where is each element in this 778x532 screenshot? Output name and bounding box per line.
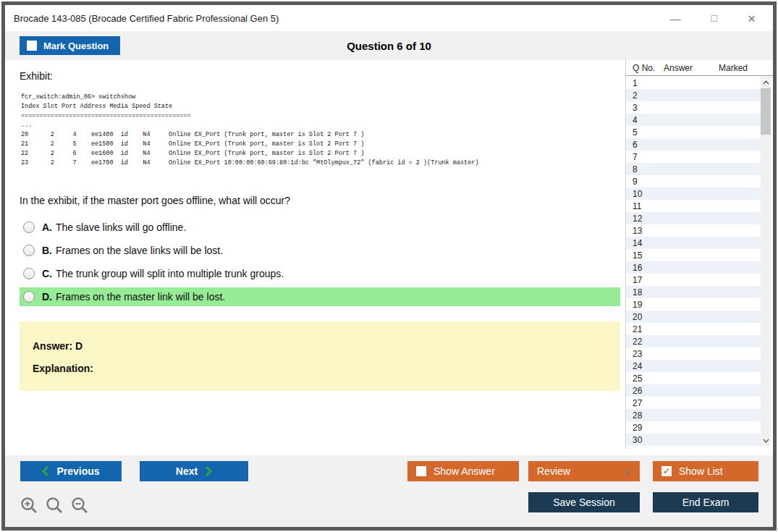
option-text: The trunk group will split into multiple… bbox=[56, 268, 284, 279]
question-list-row[interactable]: 2 bbox=[626, 89, 761, 101]
answer-option-d[interactable]: D.Frames on the master link will be lost… bbox=[20, 287, 620, 306]
zoom-reset-icon[interactable] bbox=[46, 497, 64, 515]
answer-option-a[interactable]: A.The slave links will go offline. bbox=[20, 218, 620, 237]
question-list-scrollbar[interactable] bbox=[761, 77, 771, 446]
qno-cell: 22 bbox=[626, 337, 664, 347]
question-list-row[interactable]: 25 bbox=[626, 372, 761, 384]
question-list-row[interactable]: 17 bbox=[626, 274, 761, 286]
qno-cell: 27 bbox=[626, 398, 664, 408]
qno-cell: 8 bbox=[626, 164, 664, 174]
qno-cell: 21 bbox=[626, 324, 664, 334]
question-list-row[interactable]: 21 bbox=[626, 323, 761, 335]
footer-bar: Previous Next Show Answer Review ▲ ✓ Sho… bbox=[5, 455, 773, 527]
qno-cell: 12 bbox=[626, 214, 664, 224]
qno-cell: 3 bbox=[626, 103, 664, 113]
answer-option-b[interactable]: B.Frames on the slave links will be lost… bbox=[20, 241, 620, 260]
question-list-row[interactable]: 10 bbox=[626, 187, 761, 200]
minimize-icon[interactable]: — bbox=[669, 13, 680, 24]
maximize-icon[interactable]: □ bbox=[711, 13, 716, 23]
save-session-button[interactable]: Save Session bbox=[528, 492, 640, 512]
question-list-row[interactable]: 6 bbox=[626, 138, 761, 151]
question-list-row[interactable]: 11 bbox=[626, 200, 761, 212]
radio-button-icon[interactable] bbox=[23, 221, 35, 233]
question-list-row[interactable]: 30 bbox=[626, 434, 761, 446]
question-list-body: 1234567891011121314151617181920212223242… bbox=[626, 77, 761, 446]
review-button[interactable]: Review ▲ bbox=[528, 461, 640, 481]
option-letter: C. bbox=[42, 268, 52, 279]
zoom-in-icon[interactable] bbox=[20, 497, 38, 515]
qno-cell: 14 bbox=[626, 238, 664, 248]
radio-button-icon[interactable] bbox=[23, 291, 35, 303]
question-list-row[interactable]: 20 bbox=[626, 311, 761, 323]
question-list-row[interactable]: 24 bbox=[626, 360, 761, 372]
question-list-row[interactable]: 12 bbox=[626, 212, 761, 224]
exhibit-code-line: ... bbox=[21, 121, 625, 130]
qno-cell: 29 bbox=[626, 423, 664, 433]
qno-header: Q No. bbox=[626, 63, 664, 73]
question-list-row[interactable]: 8 bbox=[626, 163, 761, 175]
question-list-row[interactable]: 16 bbox=[626, 261, 761, 274]
qno-cell: 5 bbox=[626, 127, 664, 138]
explanation-text: Explanation: bbox=[33, 363, 620, 374]
question-counter: Question 6 of 10 bbox=[347, 40, 431, 52]
question-list-header: Q No. Answer Marked bbox=[626, 60, 773, 76]
option-letter: B. bbox=[42, 245, 52, 256]
question-list-row[interactable]: 1 bbox=[626, 77, 761, 89]
option-letter: A. bbox=[42, 221, 52, 233]
scroll-down-icon[interactable] bbox=[761, 435, 771, 446]
question-list-row[interactable]: 9 bbox=[626, 175, 761, 187]
qno-cell: 26 bbox=[626, 386, 664, 396]
end-exam-label: End Exam bbox=[682, 497, 730, 508]
close-icon[interactable]: × bbox=[748, 12, 756, 25]
question-list-row[interactable]: 14 bbox=[626, 237, 761, 249]
qno-cell: 1 bbox=[626, 78, 664, 88]
qno-cell: 9 bbox=[626, 177, 664, 187]
question-list-row[interactable]: 19 bbox=[626, 298, 761, 311]
scrollbar-thumb[interactable] bbox=[761, 88, 771, 135]
show-list-button[interactable]: ✓ Show List bbox=[653, 461, 758, 481]
qno-cell: 25 bbox=[626, 373, 664, 384]
question-list-row[interactable]: 28 bbox=[626, 409, 761, 421]
show-list-label: Show List bbox=[679, 465, 723, 477]
option-text: The slave links will go offline. bbox=[56, 221, 186, 233]
radio-button-icon[interactable] bbox=[23, 245, 35, 256]
main-panel: Exhibit: fcr_switch:admin_06> switchshow… bbox=[5, 60, 625, 455]
qno-cell: 20 bbox=[626, 312, 664, 322]
previous-button[interactable]: Previous bbox=[20, 461, 122, 481]
triangle-up-icon: ▲ bbox=[624, 468, 631, 476]
question-list-row[interactable]: 15 bbox=[626, 249, 761, 261]
scroll-up-icon[interactable] bbox=[761, 77, 771, 88]
qno-cell: 30 bbox=[626, 435, 664, 445]
radio-button-icon[interactable] bbox=[23, 268, 35, 279]
question-list-row[interactable]: 27 bbox=[626, 397, 761, 409]
show-list-checkbox[interactable]: ✓ bbox=[661, 466, 672, 476]
question-list-row[interactable]: 18 bbox=[626, 286, 761, 298]
mark-question-checkbox[interactable] bbox=[27, 41, 37, 51]
zoom-out-icon[interactable] bbox=[71, 497, 89, 515]
question-list-row[interactable]: 22 bbox=[626, 335, 761, 347]
next-button[interactable]: Next bbox=[140, 461, 248, 481]
next-label: Next bbox=[176, 465, 198, 477]
question-list-row[interactable]: 4 bbox=[626, 114, 761, 126]
exhibit-code-line: 23 2 7 ee1700 id N4 Online EX_Port 10:00… bbox=[21, 159, 625, 168]
show-answer-button[interactable]: Show Answer bbox=[407, 461, 519, 481]
mark-question-button[interactable]: Mark Question bbox=[20, 36, 120, 55]
qno-cell: 24 bbox=[626, 361, 664, 371]
exhibit-code-line: ========================================… bbox=[21, 111, 625, 121]
answer-option-c[interactable]: C.The trunk group will split into multip… bbox=[20, 264, 620, 283]
question-list-row[interactable]: 3 bbox=[626, 101, 761, 114]
question-list-row[interactable]: 13 bbox=[626, 224, 761, 237]
options-list: A.The slave links will go offline.B.Fram… bbox=[5, 218, 625, 306]
question-list-row[interactable]: 23 bbox=[626, 347, 761, 360]
question-list-row[interactable]: 7 bbox=[626, 151, 761, 163]
app-window: Brocade 143-085 (Brocade Certified Fabri… bbox=[1, 1, 777, 531]
show-answer-checkbox[interactable] bbox=[416, 466, 426, 476]
question-list-row[interactable]: 5 bbox=[626, 126, 761, 138]
question-list-row[interactable]: 26 bbox=[626, 384, 761, 397]
question-list-row[interactable]: 29 bbox=[626, 421, 761, 434]
show-answer-label: Show Answer bbox=[434, 465, 495, 477]
qno-cell: 13 bbox=[626, 226, 664, 236]
qno-cell: 4 bbox=[626, 115, 664, 125]
end-exam-button[interactable]: End Exam bbox=[653, 492, 758, 512]
qno-cell: 17 bbox=[626, 275, 664, 285]
